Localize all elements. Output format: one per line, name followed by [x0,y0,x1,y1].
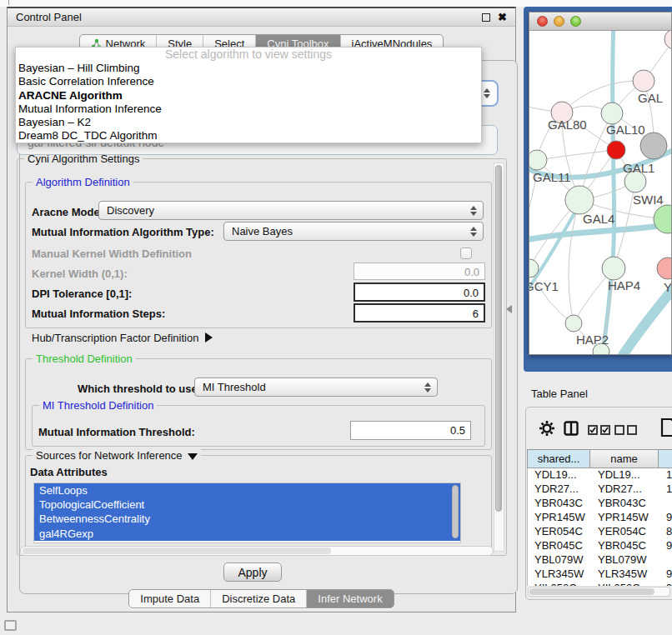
attribute-item[interactable]: BetweennessCentrality [34,512,460,526]
close-traffic-light-icon[interactable] [537,16,548,27]
algorithm-option[interactable]: Basic Correlation Inference [16,75,481,88]
data-attributes-label: Data Attributes [30,466,108,478]
table-row[interactable]: YPR145WYPR145W9. [528,511,672,525]
table-horizontal-scrollbar[interactable] [528,587,670,597]
aracne-mode-combo[interactable]: Discovery [98,201,484,220]
table-header-row: shared...nameA [527,449,672,468]
mi-threshold-label: Mutual Information Threshold: [38,426,195,438]
mi-algorithm-type-combo[interactable]: Naive Bayes [223,222,484,241]
apply-button[interactable]: Apply [223,562,282,582]
network-node[interactable] [664,31,671,49]
file-export-icon[interactable] [660,418,672,438]
table-row[interactable]: YBR043CYBR043C [528,497,672,511]
settings-vertical-scrollbar[interactable] [494,162,504,552]
table-cell: YER054C [591,525,659,539]
algorithm-option[interactable]: Mutual Information Inference [16,102,481,116]
network-window[interactable]: GALGAL80GAL10GAL1SWI4GAL11GAL4GCY1HAP4YH… [529,12,672,355]
top-strip [0,0,672,7]
network-node-hap4[interactable] [602,257,625,280]
deselect-all-checkboxes-icon[interactable] [614,425,638,435]
node-label: GAL80 [548,118,587,132]
close-icon[interactable]: ✖ [498,11,507,23]
settings-scroll-thumb[interactable] [495,165,502,512]
table-row[interactable]: YBR045CYBR045C9. [528,539,672,553]
network-node-gal10[interactable] [601,102,623,124]
mi-steps-field[interactable]: 6 [354,303,485,322]
network-node-hap2[interactable] [565,315,582,332]
manual-kernel-width-label: Manual Kernel Width Definition [32,248,192,260]
network-node-gal[interactable] [633,70,654,92]
algorithm-option[interactable]: Dream8 DC_TDC Algorithm [16,129,481,142]
column-header[interactable]: A [659,449,672,468]
attribute-item[interactable]: SelfLoops [34,483,460,498]
mi-threshold-field[interactable]: 0.5 [350,421,471,440]
attribute-item[interactable]: gal4RGexp [34,527,460,541]
settings-hscroll-thumb[interactable] [23,548,331,554]
algorithm-option[interactable]: ARACNE Algorithm [16,89,481,102]
expander-arrow-icon [205,332,213,342]
bottom-tabs: Impute DataDiscretize DataInfer Network [128,589,394,608]
algorithm-option[interactable]: Bayesian – K2 [16,116,481,129]
dpi-tolerance-field[interactable]: 0.0 [354,282,485,302]
algorithm-dropdown-prompt: Select algorithm to view settings [16,48,481,62]
hub-definition-expander[interactable]: Hub/Transcription Factor Definition [32,332,213,344]
network-node-gal4[interactable] [565,186,594,214]
kernel-width-field[interactable]: 0.0 [354,262,485,280]
attributes-scroll-thumb[interactable] [452,485,459,538]
node-label: GCY1 [529,279,559,293]
network-window-titlebar[interactable] [529,12,671,31]
top-splitter-tick [8,0,9,5]
table-cell: YDR27... [528,482,591,497]
float-window-icon[interactable] [482,13,490,22]
table-cell: 9. [659,511,672,525]
data-attributes-list[interactable]: SelfLoopsTopologicalCoefficientBetweenne… [33,482,461,543]
node-label: GAL [638,91,663,105]
which-threshold-value: MI Threshold [203,381,266,393]
mi-algorithm-type-label: Mutual Information Algorithm Type: [32,226,214,238]
mi-threshold-definition-legend: MI Threshold Definition [39,399,157,412]
zoom-traffic-light-icon[interactable] [570,16,581,27]
node-label: GAL1 [623,161,654,175]
bottom-tab-infer-network[interactable]: Infer Network [306,590,393,608]
bottom-tab-impute-data[interactable]: Impute Data [129,590,210,608]
dock-panel-icon[interactable] [4,620,17,631]
table-hscroll-thumb[interactable] [529,588,654,595]
table-cell: YIL052C [528,582,591,586]
minimize-traffic-light-icon[interactable] [554,16,564,27]
collapse-arrow-icon [188,453,198,460]
network-node-gal11[interactable] [529,150,547,170]
network-canvas[interactable]: GALGAL80GAL10GAL1SWI4GAL11GAL4GCY1HAP4YH… [529,31,671,354]
network-node-gal1[interactable] [607,141,625,159]
dpi-tolerance-label: DPI Tolerance [0,1]: [32,288,132,300]
network-node-y[interactable] [657,258,671,279]
attributes-scrollbar[interactable] [451,484,460,542]
manual-kernel-width-checkbox[interactable] [460,248,472,259]
table-cell [659,553,672,568]
aracne-mode-label: Aracne Mode: [32,206,103,218]
table-row[interactable]: YDR27...YDR27...12 [528,482,672,497]
panel-splitter-handle[interactable] [506,305,512,313]
which-threshold-combo[interactable]: MI Threshold [194,378,438,397]
network-edge[interactable] [537,150,616,160]
column-view-icon[interactable] [564,421,579,436]
table-row[interactable]: YIL052CYIL052C9. [528,582,672,586]
table-row[interactable]: YDL19...YDL19...13 [528,468,672,482]
column-header[interactable]: shared... [527,449,590,468]
settings-horizontal-scrollbar[interactable] [20,546,494,556]
bottom-tab-discretize-data[interactable]: Discretize Data [210,590,306,608]
sources-legend[interactable]: Sources for Network Inference [33,449,201,462]
algorithm-option[interactable]: Bayesian – Hill Climbing [16,62,481,75]
which-threshold-label: Which threshold to use: [78,382,201,395]
column-header[interactable]: name [590,449,659,468]
table-row[interactable]: YER054CYER054C8. [528,525,672,539]
gear-icon[interactable] [539,420,555,437]
attribute-item[interactable]: TopologicalCoefficient [34,498,460,512]
table-cell: YBL079W [591,553,659,568]
mi-steps-label: Mutual Information Steps: [32,308,165,320]
hub-definition-label: Hub/Transcription Factor Definition [32,332,198,344]
select-all-checkboxes-icon[interactable] [588,425,611,435]
table-row[interactable]: YLR345WYLR345W9. [528,568,672,582]
table-body: YDL19...YDL19...13YDR27...YDR27...12YBR0… [527,468,672,586]
table-row[interactable]: YBL079WYBL079W [528,553,672,568]
mi-algorithm-type-value: Naive Bayes [232,225,293,238]
